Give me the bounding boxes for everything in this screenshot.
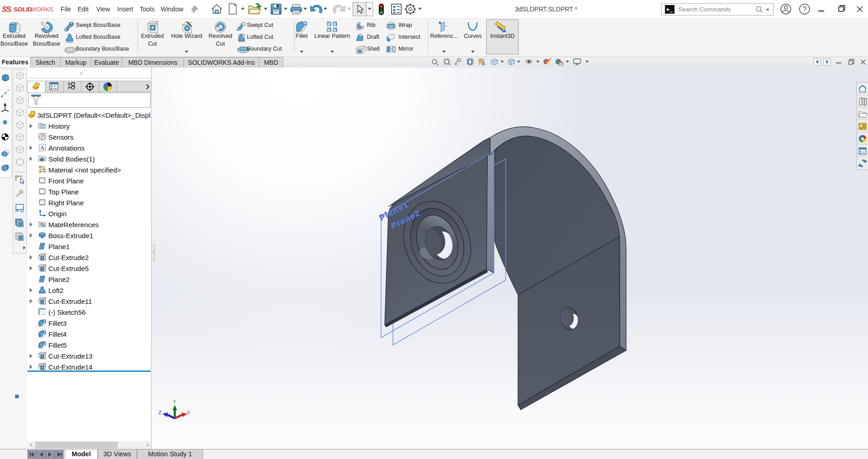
svg-text:WORKS: WORKS	[31, 6, 53, 13]
svg-text:?: ?	[803, 5, 807, 13]
svg-text:SOLID: SOLID	[14, 6, 32, 13]
svg-text:Y: Y	[173, 399, 176, 404]
svg-text:S: S	[6, 5, 11, 13]
svg-text:cd: cd	[389, 24, 392, 28]
svg-text:X: X	[187, 410, 190, 415]
svg-text:Z: Z	[158, 410, 162, 415]
svg-text:A: A	[40, 145, 44, 151]
svg-text:A: A	[481, 61, 485, 66]
